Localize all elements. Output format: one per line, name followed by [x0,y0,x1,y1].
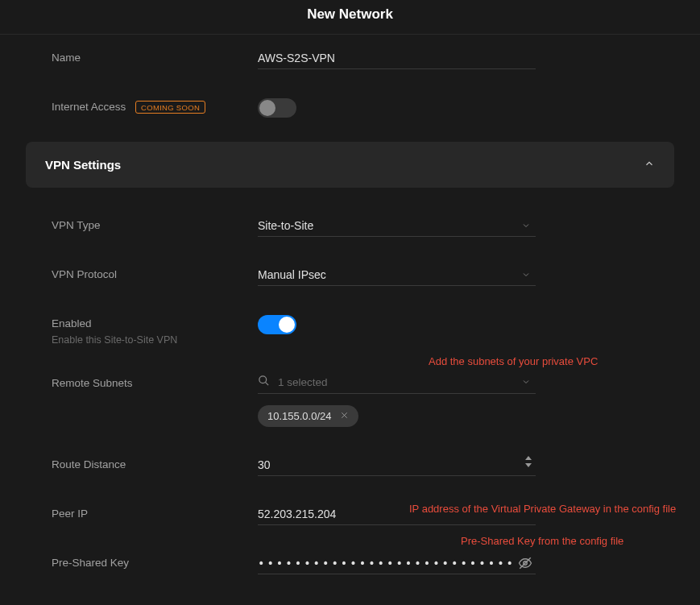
annotation-psk: Pre-Shared Key from the config file [461,535,623,547]
svg-line-1 [265,382,268,385]
svg-point-0 [259,376,267,383]
row-name: Name [52,35,648,84]
page-header: New Network [0,0,700,35]
subnets-placeholder: 1 selected [278,376,536,388]
remote-subnets-label: Remote Subnets [52,375,258,389]
section-title: VPN Settings [45,158,121,172]
enabled-toggle[interactable] [258,315,296,334]
row-route-distance: Route Distance [52,441,648,491]
name-input[interactable] [258,49,536,69]
remote-subnets-select[interactable]: 1 selected [258,375,536,394]
toggle-knob [279,317,295,333]
enabled-subtext: Enable this Site-to-Site VPN [52,334,258,346]
vpn-type-label: VPN Type [52,217,258,231]
page-title: New Network [0,6,700,23]
internet-access-toggle[interactable] [258,98,296,118]
psk-input[interactable] [258,554,536,574]
enabled-text: Enabled [52,317,92,329]
internet-access-label: Internet Access COMING SOON [52,98,258,114]
route-distance-input[interactable] [258,456,536,476]
chip-remove-icon[interactable] [340,410,349,422]
row-enabled: Enabled Enable this Site-to-Site VPN [52,300,648,360]
peer-ip-label: Peer IP [52,505,258,520]
annotation-subnets: Add the subnets of your private VPC [429,355,598,367]
chevron-up-icon [644,158,655,172]
route-distance-label: Route Distance [52,456,258,470]
toggle-knob [259,100,275,116]
vpn-type-select[interactable]: Site-to-Site [258,217,536,237]
coming-soon-badge: COMING SOON [135,101,205,114]
psk-label: Pre-Shared Key [52,554,258,569]
row-psk: Pre-Shared Key Pre-Shared Key from the c… [52,540,648,589]
vpn-settings-header[interactable]: VPN Settings [26,142,674,188]
row-peer-ip: Peer IP IP address of the Virtual Privat… [52,491,648,540]
subnet-chip: 10.155.0.0/24 [258,405,358,427]
eye-hidden-icon[interactable] [518,556,532,573]
vpn-protocol-label: VPN Protocol [52,266,258,280]
enabled-label: Enabled Enable this Site-to-Site VPN [52,315,258,346]
row-vpn-type: VPN Type Site-to-Site [52,202,648,251]
vpn-protocol-select[interactable]: Manual IPsec [258,266,536,286]
chip-label: 10.155.0.0/24 [267,410,332,422]
row-remote-subnets: Remote Subnets Add the subnets of your p… [52,360,648,441]
search-icon [258,375,270,389]
chip-container: 10.155.0.0/24 [258,405,648,427]
name-label: Name [52,49,258,64]
row-vpn-protocol: VPN Protocol Manual IPsec [52,251,648,300]
row-internet-access: Internet Access COMING SOON [52,84,648,132]
internet-access-text: Internet Access [52,101,126,113]
annotation-peer-ip: IP address of the Virtual Private Gatewa… [409,503,676,515]
